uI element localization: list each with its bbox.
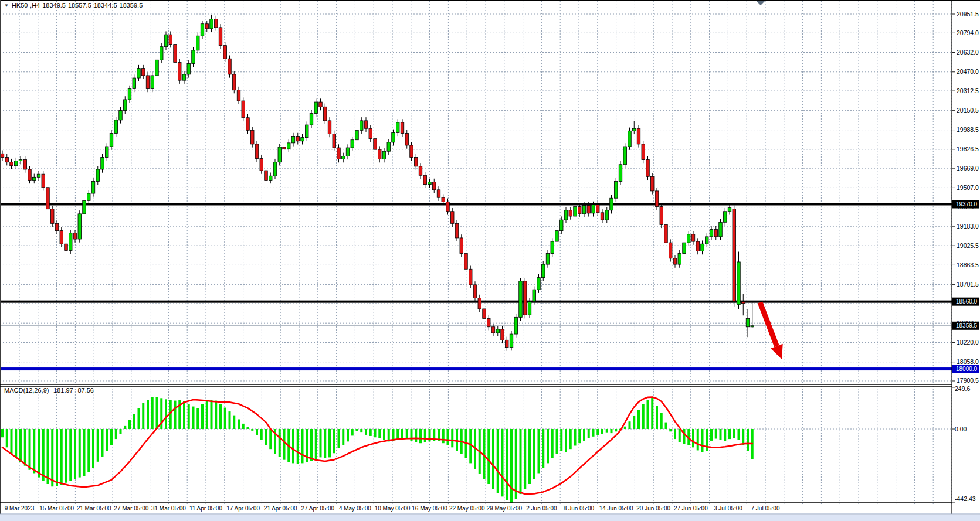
time-label[interactable]: 31 Mar 05:00 — [151, 505, 186, 512]
candle — [155, 57, 159, 79]
candle — [69, 230, 73, 254]
candle-body — [610, 198, 613, 210]
macd-bar — [515, 429, 517, 499]
candle-body — [15, 161, 18, 166]
candle-body — [478, 298, 481, 309]
time-label[interactable]: 29 May 05:00 — [486, 505, 522, 512]
macd-bar — [115, 429, 117, 439]
level-line-19370.0[interactable] — [0, 203, 952, 205]
candle-body — [269, 176, 273, 180]
macd-bar — [415, 429, 417, 442]
ohlc-close: 18359.5 — [120, 2, 143, 9]
candle — [196, 32, 200, 53]
macd-bar — [188, 404, 190, 429]
macd-bar — [219, 404, 222, 429]
time-label[interactable]: 9 Mar 2023 — [5, 505, 35, 512]
candle — [278, 144, 282, 165]
time-label[interactable]: 7 Jul 05:00 — [751, 505, 780, 512]
macd-bar — [24, 429, 26, 466]
chart-title[interactable]: ▼HK50-,H418349.518557.518344.518359.5 — [4, 2, 145, 9]
time-label[interactable]: 27 Mar 05:00 — [114, 505, 148, 512]
macd-bar — [133, 414, 135, 429]
macd-bar — [487, 429, 490, 484]
candle-body — [405, 133, 409, 145]
chevron-down-icon[interactable]: ▼ — [4, 3, 9, 8]
macd-bar — [383, 429, 385, 440]
candle-body — [460, 238, 463, 254]
time-label[interactable]: 20 Jun 05:00 — [636, 505, 670, 512]
time-label[interactable]: 21 Mar 05:00 — [77, 505, 111, 512]
macd-bar — [615, 429, 617, 431]
chart-canvas[interactable]: 20951.520794.020632.020470.020312.520150… — [0, 0, 980, 521]
macd-bar — [501, 429, 504, 496]
macd-bar — [233, 416, 235, 429]
macd-bar — [720, 429, 722, 440]
macd-signal-value: -87.56 — [76, 387, 94, 394]
candle-body — [746, 318, 750, 326]
macd-bar — [279, 429, 281, 457]
candle-body — [464, 254, 468, 270]
candle — [628, 128, 632, 150]
time-label[interactable]: 17 Apr 05:00 — [226, 505, 260, 512]
price-tick-label: 20632.0 — [957, 49, 979, 56]
frame-left — [0, 0, 1, 514]
macd-bar — [665, 423, 667, 429]
ohlc-high: 18557.5 — [68, 2, 91, 9]
time-label[interactable]: 15 Mar 05:00 — [39, 505, 74, 512]
macd-bar — [65, 429, 67, 483]
candle-body — [423, 175, 427, 184]
macd-bar — [456, 429, 458, 451]
level-line-18560.0[interactable] — [0, 301, 952, 303]
time-label[interactable]: 11 Apr 05:00 — [189, 505, 222, 512]
time-label[interactable]: 2 Jun 05:00 — [526, 505, 557, 512]
candle-body — [306, 125, 309, 138]
time-label[interactable]: 16 May 05:00 — [412, 505, 447, 512]
time-label[interactable]: 27 Jun 05:00 — [674, 505, 708, 512]
macd-bar — [424, 429, 426, 442]
candle-body — [278, 147, 282, 162]
frame-top — [0, 0, 980, 1]
time-label[interactable]: 4 May 05:00 — [339, 505, 371, 512]
mt4-chart-window: { "title": { "dropdown_icon": "▼", "symb… — [0, 0, 980, 521]
candle-body — [351, 140, 354, 148]
candle-body — [551, 241, 554, 254]
time-label[interactable]: 8 Jun 05:00 — [564, 505, 595, 512]
candle-body — [569, 210, 572, 216]
price-tick-label: 19183.0 — [957, 223, 979, 230]
time-label[interactable]: 14 Jun 05:00 — [599, 505, 633, 512]
candle-body — [628, 131, 632, 147]
candle-body — [623, 147, 627, 165]
price-tick-label: 19988.5 — [957, 126, 979, 133]
macd-bar — [238, 419, 240, 429]
time-label[interactable]: 27 Apr 05:00 — [301, 505, 334, 512]
bottom-scroll-strip[interactable] — [0, 515, 980, 521]
ohlc-open: 18349.5 — [42, 2, 66, 9]
time-label[interactable]: 21 Apr 05:00 — [264, 505, 297, 512]
macd-bar — [520, 429, 522, 494]
macd-bar — [124, 426, 126, 429]
macd-bar — [701, 429, 704, 452]
macd-bar — [69, 429, 72, 481]
level-line-18000.0[interactable] — [0, 367, 952, 370]
macd-bar — [87, 429, 90, 472]
time-label[interactable]: 3 Jul 05:00 — [714, 505, 742, 512]
time-label[interactable]: 22 May 05:00 — [449, 505, 485, 512]
candle-body — [87, 193, 91, 200]
candle-body — [542, 264, 545, 278]
candle-body — [346, 148, 350, 156]
macd-bar — [578, 429, 581, 443]
candle-body — [451, 212, 455, 224]
candle — [519, 278, 523, 321]
macd-bar — [569, 429, 572, 449]
candle-body — [242, 101, 245, 118]
macd-scale-min: -442.43 — [955, 495, 976, 502]
candle-body — [83, 200, 86, 214]
candle-body — [378, 149, 382, 159]
candle-body — [160, 47, 164, 60]
time-label[interactable]: 10 May 05:00 — [375, 505, 411, 512]
candle-body — [65, 244, 68, 250]
candle-body — [751, 326, 754, 327]
candle-body — [706, 237, 709, 244]
candle-body — [237, 90, 240, 101]
candle-body — [651, 176, 655, 191]
